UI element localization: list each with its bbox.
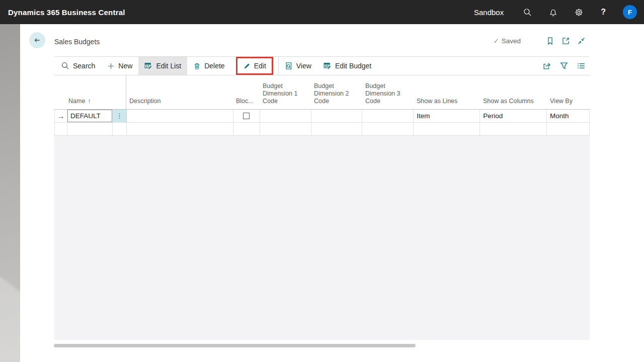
pencil-icon xyxy=(243,62,251,70)
toolbar-right-actions xyxy=(534,61,590,70)
show-as-columns-cell[interactable] xyxy=(480,123,547,136)
page-title: Sales Budgets xyxy=(54,38,100,46)
view-document-icon xyxy=(285,62,293,70)
current-row-marker-icon: → xyxy=(55,110,67,123)
column-header-show-as-columns[interactable]: Show as Columns xyxy=(480,98,547,109)
empty-list-area xyxy=(54,136,590,340)
search-icon xyxy=(61,62,69,70)
action-toolbar: Search New Edit List xyxy=(54,56,590,75)
app-top-bar: Dynamics 365 Business Central Sandbox ? … xyxy=(0,0,644,24)
show-as-lines-cell[interactable]: Item xyxy=(414,110,480,123)
show-as-columns-cell[interactable]: Period xyxy=(480,110,547,123)
edit-budget-label: Edit Budget xyxy=(335,62,371,70)
column-header-budget-dimension-3-code[interactable]: Budget Dimension 3 Code xyxy=(362,82,414,109)
column-header-blocked[interactable]: Bloc... xyxy=(233,98,260,109)
back-button[interactable] xyxy=(29,32,45,48)
column-header-budget-dimension-1-code[interactable]: Budget Dimension 1 Code xyxy=(260,82,311,109)
view-by-cell[interactable]: Month xyxy=(547,110,590,123)
notifications-bell-icon[interactable] xyxy=(549,8,557,17)
save-status: ✓ Saved xyxy=(494,37,521,45)
column-header-description[interactable]: Description xyxy=(126,98,233,109)
name-cell[interactable] xyxy=(67,123,113,136)
sales-budgets-page: Sales Budgets ✓ Saved xyxy=(20,24,644,362)
trash-icon xyxy=(193,62,201,70)
top-bar-actions: Sandbox ? F xyxy=(474,5,637,19)
row-menu-cell[interactable] xyxy=(113,123,127,136)
filter-icon[interactable] xyxy=(559,61,569,70)
annotation-highlight-box: Edit xyxy=(236,57,273,75)
show-as-lines-cell[interactable] xyxy=(414,123,480,136)
horizontal-scrollbar-thumb[interactable] xyxy=(54,344,416,347)
description-cell[interactable] xyxy=(127,123,233,136)
settings-gear-icon[interactable] xyxy=(575,8,583,17)
budget-dimension-2-cell[interactable] xyxy=(311,110,363,123)
collapse-icon[interactable] xyxy=(577,37,586,45)
view-label: View xyxy=(296,62,311,70)
column-header-row-marker xyxy=(54,105,67,109)
list-options-icon[interactable] xyxy=(577,61,586,70)
delete-button[interactable]: Delete xyxy=(187,57,230,75)
search-label: Search xyxy=(73,62,95,70)
row-menu-ellipsis-icon[interactable]: ⋮ xyxy=(113,110,127,123)
table-row xyxy=(54,123,590,136)
column-header-budget-dimension-2-code[interactable]: Budget Dimension 2 Code xyxy=(311,82,362,109)
edit-label: Edit xyxy=(254,62,266,70)
save-status-label: Saved xyxy=(502,37,521,45)
search-icon[interactable] xyxy=(523,8,532,17)
edit-button[interactable]: Edit xyxy=(237,57,272,75)
avatar[interactable]: F xyxy=(623,5,637,19)
column-header-name[interactable]: Name ↑ xyxy=(67,98,112,109)
budget-dimension-3-cell[interactable] xyxy=(362,110,414,123)
column-header-show-as-lines[interactable]: Show as Lines xyxy=(414,98,480,109)
new-label: New xyxy=(118,62,132,70)
share-icon[interactable] xyxy=(542,61,551,70)
table-row: → DEFAULT ⋮ Item Period Month xyxy=(54,110,590,123)
sort-ascending-icon: ↑ xyxy=(88,98,91,105)
budget-dimension-1-cell[interactable] xyxy=(260,123,311,136)
horizontal-scrollbar xyxy=(54,344,590,347)
plus-icon xyxy=(107,62,115,70)
column-header-view-by[interactable]: View By xyxy=(547,98,590,109)
edit-list-button[interactable]: Edit List xyxy=(138,57,187,75)
app-title: Dynamics 365 Business Central xyxy=(8,8,125,17)
sales-budgets-list: Search New Edit List xyxy=(54,56,590,347)
view-by-cell[interactable] xyxy=(547,123,590,136)
new-button[interactable]: New xyxy=(101,57,138,75)
check-icon: ✓ xyxy=(494,37,499,45)
search-list-button[interactable]: Search xyxy=(55,57,101,75)
blocked-checkbox[interactable] xyxy=(243,113,250,119)
name-column-label: Name xyxy=(68,98,85,105)
edit-list-icon xyxy=(144,62,152,70)
edit-budget-button[interactable]: Edit Budget xyxy=(317,57,377,75)
blocked-cell[interactable] xyxy=(233,123,260,136)
description-cell[interactable] xyxy=(127,110,233,123)
name-cell[interactable]: DEFAULT xyxy=(67,110,113,123)
table-header-row: Name ↑ Description Bloc... Budget Dimens… xyxy=(54,75,590,110)
bookmark-icon[interactable] xyxy=(546,37,554,45)
help-icon[interactable]: ? xyxy=(601,8,606,17)
column-header-row-menu xyxy=(112,75,126,109)
delete-label: Delete xyxy=(204,62,224,70)
blocked-cell xyxy=(233,110,260,123)
view-button[interactable]: View xyxy=(279,57,317,75)
environment-badge: Sandbox xyxy=(474,8,504,17)
edit-budget-icon xyxy=(324,62,332,70)
open-in-window-icon[interactable] xyxy=(561,37,570,45)
page-header-actions: ✓ Saved xyxy=(494,37,586,45)
budget-dimension-2-cell[interactable] xyxy=(311,123,363,136)
edit-list-label: Edit List xyxy=(156,62,181,70)
budget-dimension-3-cell[interactable] xyxy=(362,123,414,136)
background-art xyxy=(0,24,20,362)
budget-dimension-1-cell[interactable] xyxy=(260,110,311,123)
back-arrow-icon xyxy=(33,36,41,44)
row-marker-cell xyxy=(55,123,67,136)
